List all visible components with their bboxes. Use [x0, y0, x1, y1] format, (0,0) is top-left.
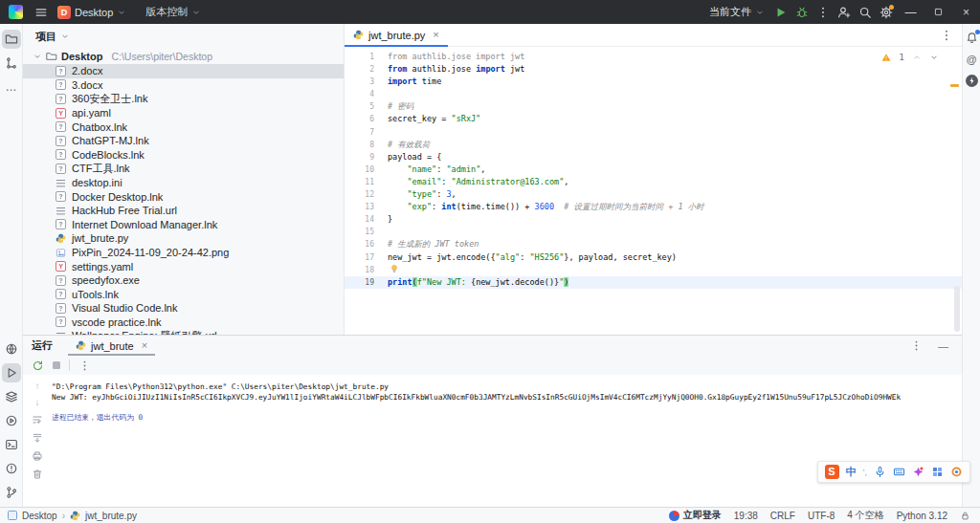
- console-output[interactable]: "D:\Program Files\Python312\python.exe" …: [52, 375, 962, 507]
- tree-item[interactable]: ?uTools.lnk: [23, 288, 344, 302]
- tree-root[interactable]: Desktop C:\Users\piter\Desktop: [23, 49, 344, 64]
- search-everywhere-icon[interactable]: [855, 2, 876, 23]
- code-line[interactable]: 14}: [345, 213, 962, 226]
- tree-item[interactable]: ?ChatGPT-MJ.lnk: [23, 134, 344, 148]
- code-editor-body[interactable]: 1from authlib.jose import jwt2from authl…: [345, 47, 962, 335]
- tree-item[interactable]: ?Chatbox.lnk: [23, 120, 344, 134]
- status-widget[interactable]: CRLF: [770, 511, 795, 521]
- debug-button[interactable]: [791, 2, 813, 23]
- down-stacktrace-icon[interactable]: ↓: [35, 398, 40, 407]
- editor-scrollbar-thumb[interactable]: [954, 286, 960, 332]
- code-line[interactable]: 8# 有效载荷: [345, 139, 962, 151]
- tree-item[interactable]: ?speedyfox.exe: [23, 273, 344, 288]
- expand-chevron-icon[interactable]: [33, 52, 42, 61]
- tree-item[interactable]: ?Visual Studio Code.lnk: [23, 301, 344, 316]
- tree-item[interactable]: ?Internet Download Manager.lnk: [23, 218, 344, 232]
- ime-punctuation-icon[interactable]: ’,: [863, 468, 868, 477]
- clear-console-icon[interactable]: [32, 469, 43, 480]
- editor-tab[interactable]: jwt_brute.py ×: [345, 24, 448, 46]
- code-line[interactable]: 18: [345, 264, 962, 276]
- code-line[interactable]: 3import time: [345, 76, 962, 88]
- ime-settings-icon[interactable]: [950, 466, 963, 478]
- tree-item[interactable]: ?360安全卫士.lnk: [23, 92, 344, 106]
- tree-item[interactable]: HackHub Free Trial.url: [23, 204, 344, 218]
- virtual-keyboard-icon[interactable]: [893, 466, 905, 478]
- tree-item[interactable]: ?3.docx: [23, 78, 344, 93]
- plugin-icon[interactable]: [966, 75, 978, 87]
- lock-icon[interactable]: [960, 511, 970, 521]
- login-widget[interactable]: 立即登录: [669, 509, 722, 522]
- python-packages-icon[interactable]: [2, 387, 21, 406]
- status-widget[interactable]: 19:38: [734, 511, 758, 521]
- tree-item[interactable]: Yapi.yaml: [23, 106, 344, 120]
- pycharm-logo-icon[interactable]: [9, 5, 23, 19]
- run-panel-title[interactable]: 运行: [32, 338, 53, 353]
- run-toolwindow-icon[interactable]: [2, 363, 21, 382]
- code-line[interactable]: 4: [345, 88, 962, 100]
- microphone-icon[interactable]: [874, 466, 886, 478]
- code-line[interactable]: 9payload = {: [345, 151, 962, 163]
- code-line[interactable]: 1from authlib.jose import jwt: [345, 51, 962, 63]
- tree-item[interactable]: ?vscode practice.lnk: [23, 316, 344, 330]
- code-line[interactable]: 5# 密码: [345, 100, 962, 113]
- next-problem-icon[interactable]: [929, 53, 939, 62]
- code-line[interactable]: 6secret_key = "sRxJ": [345, 113, 962, 125]
- close-tab-icon[interactable]: ×: [433, 30, 438, 40]
- tree-item[interactable]: PixPin_2024-11-09_20-24-42.png: [23, 246, 344, 260]
- code-line[interactable]: 16# 生成新的 JWT token: [345, 238, 962, 251]
- settings-icon[interactable]: [876, 2, 897, 23]
- ime-toolbar[interactable]: S 中 ’,: [817, 461, 971, 483]
- minimize-button[interactable]: —: [897, 0, 924, 24]
- toolbox-icon[interactable]: [931, 466, 944, 478]
- more-icon[interactable]: [78, 360, 91, 372]
- python-console-icon[interactable]: [2, 339, 21, 359]
- more-toolwindows-icon[interactable]: …: [2, 77, 21, 97]
- vcs-menu[interactable]: 版本控制: [140, 2, 207, 22]
- rerun-button[interactable]: [32, 360, 44, 372]
- tab-options-icon[interactable]: [940, 29, 953, 42]
- skin-icon[interactable]: [912, 466, 924, 478]
- ai-assistant-icon[interactable]: @: [967, 54, 977, 65]
- more-actions-icon[interactable]: [813, 2, 834, 23]
- structure-toolwindow-icon[interactable]: [2, 54, 21, 73]
- run-panel-options-icon[interactable]: [910, 339, 923, 352]
- run-config-selector[interactable]: 当前文件: [703, 2, 770, 22]
- up-stacktrace-icon[interactable]: ↑: [35, 381, 40, 391]
- services-icon[interactable]: [2, 411, 21, 430]
- project-panel-header[interactable]: 项目: [23, 24, 344, 49]
- tree-item[interactable]: ?CodeBlocks.lnk: [23, 148, 344, 163]
- soft-wrap-icon[interactable]: [32, 414, 43, 425]
- code-line[interactable]: 17new_jwt = jwt.encode({"alg": "HS256"},…: [345, 251, 962, 264]
- project-selector[interactable]: D Desktop: [52, 2, 132, 22]
- hide-panel-icon[interactable]: —: [938, 340, 948, 352]
- code-line[interactable]: 7: [345, 126, 962, 139]
- status-widget[interactable]: UTF-8: [808, 511, 835, 521]
- code-line[interactable]: 13 "exp": int(time.time()) + 3600 # 设置过期…: [345, 201, 962, 213]
- code-line[interactable]: 10 "name": "admin",: [345, 163, 962, 176]
- close-tab-icon[interactable]: ×: [142, 340, 147, 351]
- problems-icon[interactable]: [2, 459, 21, 478]
- run-tab[interactable]: jwt_brute ×: [68, 336, 155, 356]
- intention-bulb-icon[interactable]: [390, 264, 399, 273]
- code-line[interactable]: 11 "email": "Administrator@163.com",: [345, 176, 962, 188]
- tree-item[interactable]: ?2.docx: [23, 64, 344, 78]
- stop-button[interactable]: [53, 361, 60, 369]
- terminal-icon[interactable]: [2, 435, 21, 454]
- print-icon[interactable]: [32, 450, 43, 462]
- code-with-me-icon[interactable]: [834, 2, 855, 23]
- tree-item[interactable]: ?Docker Desktop.lnk: [23, 189, 344, 204]
- code-line[interactable]: 12 "type": 3,: [345, 188, 962, 201]
- sogou-logo-icon[interactable]: S: [825, 465, 839, 479]
- maximize-button[interactable]: [924, 0, 952, 24]
- code-line[interactable]: 15: [345, 226, 962, 238]
- tree-item[interactable]: desktop.ini: [23, 176, 344, 190]
- status-widget[interactable]: 4 个空格: [847, 509, 883, 522]
- project-toolwindow-icon[interactable]: [2, 30, 21, 49]
- tree-item[interactable]: Ysettings.yaml: [23, 259, 344, 273]
- ime-language-icon[interactable]: 中: [846, 465, 857, 479]
- status-widget[interactable]: Python 3.12: [897, 511, 947, 521]
- code-line[interactable]: 2from authlib.jose import jwt: [345, 63, 962, 76]
- tree-item[interactable]: jwt_brute.py: [23, 231, 344, 246]
- main-menu-icon[interactable]: [31, 2, 52, 23]
- scroll-to-end-icon[interactable]: [32, 432, 43, 444]
